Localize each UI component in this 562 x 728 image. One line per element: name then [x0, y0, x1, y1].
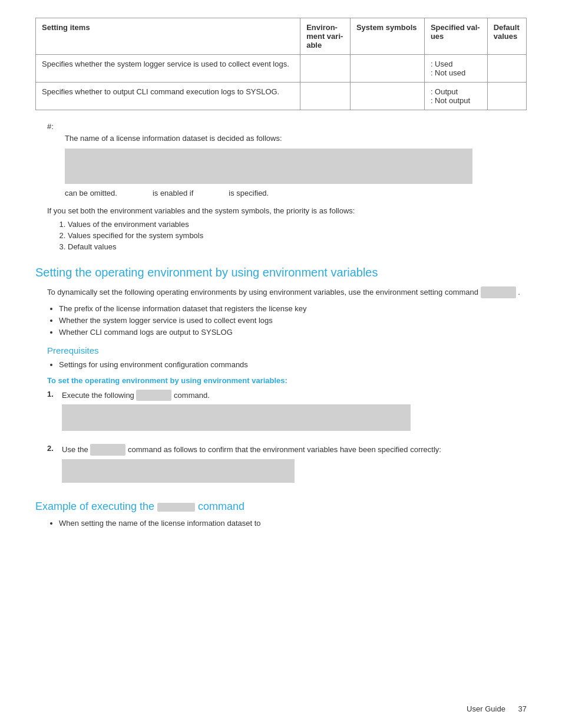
list-item: Values of the environment variables [68, 220, 527, 229]
note-section: #: The name of a license information dat… [47, 122, 527, 197]
list-item: The prefix of the license information da… [59, 304, 527, 313]
footer-page: 37 [518, 704, 527, 713]
list-item: Default values [68, 242, 527, 251]
step-2-number: 2. [47, 444, 62, 453]
list-item: Whether the system logger service is use… [59, 316, 527, 325]
settings-table: Setting items Environ-ment vari-able Sys… [35, 18, 527, 110]
example-heading: Example of executing the command [35, 500, 527, 513]
step-1-text: Execute the following command. [62, 390, 527, 401]
step-1: 1. Execute the following command. [47, 390, 527, 437]
row2-env [300, 83, 351, 110]
step-2: 2. Use the command as follows to confirm… [47, 444, 527, 489]
row1-sys [350, 55, 424, 83]
example-cmd-placeholder [157, 503, 195, 512]
note-text: The name of a license information datase… [65, 134, 527, 143]
row2-sys [350, 83, 424, 110]
omit-part-2: is enabled if [153, 189, 193, 197]
table-row: Specifies whether to output CLI command … [36, 83, 527, 110]
col-header-env: Environ-ment vari-able [300, 18, 351, 55]
list-item: When setting the name of the license inf… [59, 519, 527, 528]
omit-part-1: can be omitted. [65, 189, 117, 197]
row1-spec: : Used: Not used [424, 55, 487, 83]
row1-env [300, 55, 351, 83]
list-item: Whether CLI command logs are output to S… [59, 328, 527, 337]
priority-intro: If you set both the environment variable… [47, 206, 527, 215]
col-header-def: Defaultvalues [487, 18, 526, 55]
step-2-code-box [62, 459, 295, 483]
list-item: Settings for using environment configura… [59, 360, 527, 369]
prereq-list: Settings for using environment configura… [59, 360, 527, 369]
section-heading: Setting the operating environment by usi… [35, 266, 527, 279]
step-2-text: Use the command as follows to confirm th… [62, 444, 527, 456]
list-item: Values specified for the system symbols [68, 231, 527, 240]
omit-part-3: is specified. [229, 189, 269, 197]
formula-box [65, 149, 472, 184]
omit-line: can be omitted. is enabled if is specifi… [65, 189, 527, 197]
step2-cmd [90, 444, 125, 456]
step-2-content: Use the command as follows to confirm th… [62, 444, 527, 489]
row2-setting: Specifies whether to output CLI command … [36, 83, 300, 110]
step-1-number: 1. [47, 390, 62, 398]
priority-list: Values of the environment variables Valu… [68, 220, 527, 251]
env-cmd-placeholder [481, 286, 516, 298]
note-hash: #: [47, 122, 527, 131]
step1-cmd [136, 390, 171, 401]
steps-container: 1. Execute the following command. 2. Use… [47, 390, 527, 489]
table-row: Specifies whether the system logger serv… [36, 55, 527, 83]
step-1-code-box [62, 404, 411, 431]
row1-setting: Specifies whether the system logger serv… [36, 55, 300, 83]
section-bullets: The prefix of the license information da… [59, 304, 527, 337]
step-1-content: Execute the following command. [62, 390, 527, 437]
section-body: To dynamically set the following operati… [47, 286, 527, 298]
col-header-sys: System symbols [350, 18, 424, 55]
row1-def [487, 55, 526, 83]
step-label: To set the operating environment by usin… [47, 376, 527, 385]
col-header-spec: Specified val-ues [424, 18, 487, 55]
footer-label: User Guide [467, 704, 505, 713]
row2-spec: : Output: Not output [424, 83, 487, 110]
row2-def [487, 83, 526, 110]
example-bullets: When setting the name of the license inf… [59, 519, 527, 528]
col-header-setting: Setting items [36, 18, 300, 55]
prerequisites-heading: Prerequisites [47, 345, 527, 355]
footer: User Guide 37 [467, 704, 527, 713]
